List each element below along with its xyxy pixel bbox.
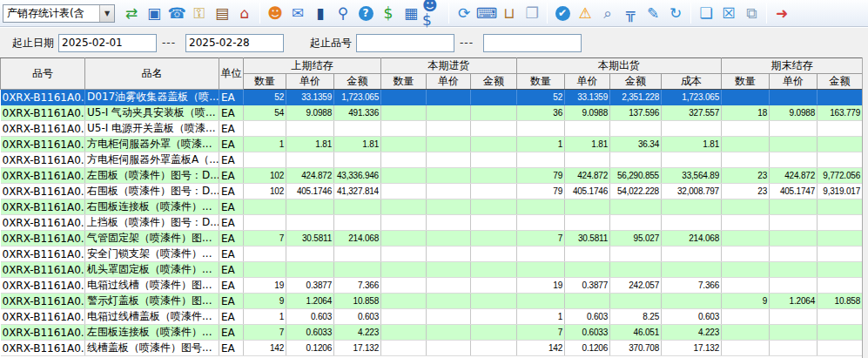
table-row[interactable]: 0XRX-B1161A0...左围板连接板（喷漆件）...EA70.60334.… bbox=[1, 325, 863, 341]
toolbar-separator bbox=[766, 3, 767, 24]
key-icon[interactable]: ⚲ bbox=[332, 3, 354, 24]
group-header-end-balance: 期末结存 bbox=[722, 58, 863, 74]
cell-unit: EA bbox=[219, 231, 244, 247]
col-header-end-price[interactable]: 单价 bbox=[770, 74, 818, 90]
cell-unit: EA bbox=[219, 137, 244, 152]
user-money-icon[interactable]: ☻$ bbox=[422, 3, 445, 24]
lock-key-icon[interactable]: ⚿ bbox=[188, 3, 211, 24]
table-row[interactable]: 0XRX-B1161A0...方电柜伺服器外罩盖板A（...EA bbox=[1, 152, 863, 168]
date-to-input[interactable] bbox=[185, 34, 284, 52]
toolbar-separator bbox=[448, 3, 449, 24]
notebook-icon[interactable]: ▮ bbox=[309, 3, 332, 24]
cell-unit: EA bbox=[219, 105, 244, 121]
col-header-end-amount[interactable]: 金额 bbox=[818, 74, 863, 90]
approve-icon[interactable]: ✔ bbox=[551, 3, 574, 24]
cell-item-name: 方电柜伺服器外罩盖板A（... bbox=[85, 152, 219, 168]
table-row[interactable]: 0XRX-B1161A0...右围板（喷漆件）图号：D...EA102405.1… bbox=[1, 184, 863, 199]
computer-icon[interactable]: ▣ bbox=[143, 3, 165, 24]
col-header-ship-price[interactable]: 单价 bbox=[565, 74, 610, 90]
cell-item-no: 0XRX-B1161A0... bbox=[1, 215, 85, 231]
table-row[interactable]: 0XRX-B1161A0...U5-I 电源开关盖板（喷漆...EA bbox=[1, 121, 863, 137]
col-header-pur-qty[interactable]: 数量 bbox=[381, 74, 427, 90]
copy-icon[interactable]: ❐ bbox=[521, 3, 543, 24]
table-row[interactable]: 0XRX-B1161A0...机头罩固定板（喷漆件）...EA bbox=[1, 262, 863, 278]
cell-ship-3 bbox=[662, 199, 722, 215]
table-row[interactable]: 0XRX-B1161A0...电箱过线槽盖板（喷漆件...EA10.6030.6… bbox=[1, 309, 863, 325]
col-header-ship-qty[interactable]: 数量 bbox=[517, 74, 565, 90]
sitemap-icon[interactable]: ╦ bbox=[619, 3, 642, 24]
cell-end-2: 9,772.056 bbox=[818, 168, 863, 184]
col-header-unit[interactable]: 单位 bbox=[219, 58, 244, 90]
cell-end-0 bbox=[722, 199, 770, 215]
table-row[interactable]: 0XRX-B1161A0...警示灯盖板（喷漆件）图...EA91.206410… bbox=[1, 294, 863, 309]
sync-icon[interactable]: ⇄ bbox=[120, 3, 143, 24]
filter-bar: 起止日期 --- 起止品号 --- bbox=[0, 27, 868, 57]
date-from-input[interactable] bbox=[58, 34, 157, 52]
archive-box-icon[interactable]: ⊔ bbox=[498, 3, 521, 24]
item-to-input[interactable] bbox=[483, 34, 582, 52]
phone-icon[interactable]: ☎ bbox=[165, 3, 188, 24]
table-row[interactable]: 0XRX-B1161A0...安全门锁支架（喷漆件）...EA bbox=[1, 247, 863, 262]
table-row[interactable]: 0XRX-B1161A0...U5-I 气动夹具安装板（喷...EA549.09… bbox=[1, 105, 863, 121]
mail-icon[interactable]: ✉ bbox=[286, 3, 309, 24]
cell-item-name: 机头罩固定板（喷漆件）... bbox=[85, 262, 219, 278]
cell-end-0 bbox=[722, 262, 770, 278]
cell-ship-2: 137.596 bbox=[610, 105, 662, 121]
table-row[interactable]: 0XRX-B1161A0...右围板连接板（喷漆件）...EA bbox=[1, 199, 863, 215]
calculator-icon[interactable]: ⌨ bbox=[475, 3, 498, 24]
window-icon[interactable]: ❏ bbox=[695, 3, 717, 24]
col-header-prev-price[interactable]: 单价 bbox=[286, 74, 334, 90]
cell-end-1 bbox=[770, 152, 818, 168]
col-header-prev-amount[interactable]: 金额 bbox=[334, 74, 381, 90]
briefcase-icon[interactable]: ▤ bbox=[211, 3, 233, 24]
col-header-prev-qty[interactable]: 数量 bbox=[244, 74, 286, 90]
cell-pur-2 bbox=[471, 341, 517, 356]
exit-icon[interactable]: ➜ bbox=[770, 3, 793, 24]
col-header-ship-cost[interactable]: 成本 bbox=[662, 74, 722, 90]
bell-icon[interactable]: ⚠ bbox=[574, 3, 596, 24]
col-header-item-name[interactable]: 品名 bbox=[85, 58, 219, 90]
table-row[interactable]: 0XRX-B1161A0...左围板（喷漆件）图号：D...EA102424.8… bbox=[1, 168, 863, 184]
report-type-dropdown[interactable]: 产销存统计表(含 ▼ bbox=[3, 4, 115, 23]
money-icon[interactable]: $ bbox=[377, 3, 400, 24]
chevron-down-icon[interactable]: ▼ bbox=[99, 5, 114, 22]
cell-ship-3: 4.223 bbox=[662, 325, 722, 341]
table-row[interactable]: 0XRX-B1161A0...方电柜伺服器外罩（喷漆...EA11.811.81… bbox=[1, 137, 863, 152]
col-header-pur-price[interactable]: 单价 bbox=[427, 74, 471, 90]
col-header-item-no[interactable]: 品号 bbox=[1, 58, 85, 90]
search-doc-icon[interactable]: ⌕ bbox=[596, 3, 619, 24]
col-header-end-qty[interactable]: 数量 bbox=[722, 74, 770, 90]
cell-item-name: 左围板连接板（喷漆件）... bbox=[85, 325, 219, 341]
cell-pur-0 bbox=[381, 168, 427, 184]
cell-prev-0 bbox=[244, 121, 286, 137]
cell-pur-0 bbox=[381, 90, 427, 105]
table-row[interactable]: 0XRX-B1161A0...D017油雾收集器盖板（喷...EA5233.13… bbox=[1, 90, 863, 105]
cell-ship-0 bbox=[517, 199, 565, 215]
table-row[interactable]: 0XRX-B1161A0...线槽盖板（喷漆件）图号...EA1420.1206… bbox=[1, 341, 863, 356]
table-row[interactable]: 0XRX-B1161A0...气管固定架（喷漆件）图...EA730.58112… bbox=[1, 231, 863, 247]
date-range-label: 起止日期 bbox=[12, 36, 54, 51]
table-row[interactable]: 0XRX-B1161A0...电箱过线槽（喷漆件）图...EA190.38777… bbox=[1, 278, 863, 294]
cell-prev-2: 10.858 bbox=[334, 294, 381, 309]
cell-end-0 bbox=[722, 278, 770, 294]
col-header-pur-amount[interactable]: 金额 bbox=[471, 74, 517, 90]
cell-prev-0: 142 bbox=[244, 341, 286, 356]
close-window-icon[interactable]: ☒ bbox=[717, 3, 740, 24]
cart-icon[interactable]: ▦ bbox=[400, 3, 422, 24]
design-icon[interactable]: ✎ bbox=[642, 3, 664, 24]
cell-unit: EA bbox=[219, 325, 244, 341]
cell-ship-0 bbox=[517, 247, 565, 262]
cell-pur-1 bbox=[427, 152, 471, 168]
cell-ship-1: 0.3877 bbox=[565, 278, 610, 294]
home-icon[interactable]: ⌂ bbox=[233, 3, 256, 24]
col-header-ship-amount[interactable]: 金额 bbox=[610, 74, 662, 90]
help-icon[interactable]: ? bbox=[354, 3, 377, 24]
cell-prev-0 bbox=[244, 247, 286, 262]
cascade-icon[interactable]: ⧉ bbox=[740, 3, 763, 24]
item-from-input[interactable] bbox=[356, 34, 454, 52]
refresh-icon[interactable]: ↻ bbox=[664, 3, 687, 24]
users-icon[interactable]: ☻ bbox=[264, 3, 286, 24]
cell-end-2 bbox=[818, 231, 863, 247]
report-refresh-icon[interactable]: ⟳ bbox=[453, 3, 475, 24]
table-row[interactable]: 0XRX-B1161A0...上挡板（喷漆件）图号：D...EA bbox=[1, 215, 863, 231]
